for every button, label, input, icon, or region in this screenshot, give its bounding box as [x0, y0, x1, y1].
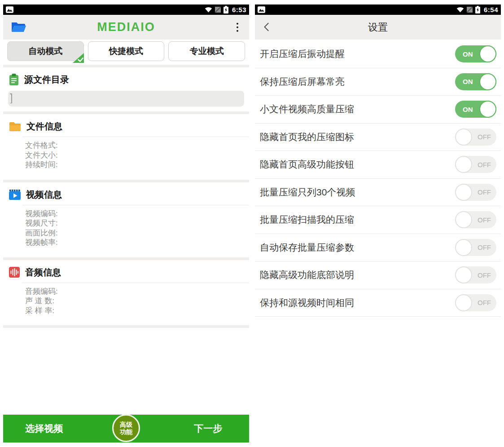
toggle-switch[interactable]: OFF [455, 184, 496, 201]
toggle-switch[interactable]: OFF [455, 156, 496, 173]
info-label: 视频尺寸: [25, 218, 249, 228]
setting-row: 小文件视频高质量压缩 ON [255, 96, 501, 124]
status-bar: 6:53 [3, 4, 249, 15]
tab-label: 专业模式 [190, 45, 224, 57]
source-dir-title: 源文件目录 [24, 74, 69, 86]
setting-row: 保持和源视频时间相同 OFF [255, 289, 501, 317]
setting-row: 批量压缩扫描我的压缩 OFF [255, 206, 501, 234]
setting-label: 隐藏首页高级功能按钮 [260, 158, 354, 171]
info-label: 视频帧率: [25, 238, 249, 248]
info-label: 视频编码: [25, 209, 249, 219]
section-divider-bar [3, 325, 249, 328]
video-icon [9, 190, 21, 200]
photo-notification-icon [6, 6, 13, 13]
back-chevron-icon[interactable] [262, 22, 272, 32]
info-label: 音频编码: [25, 287, 249, 297]
source-dir-section: 源文件目录 [3, 67, 249, 106]
clipboard-icon [9, 74, 19, 86]
tab-pro-mode[interactable]: 专业模式 [168, 41, 245, 61]
no-signal-icon [467, 7, 473, 13]
toggle-switch[interactable]: OFF [455, 266, 496, 283]
info-label: 采 样 率: [25, 306, 249, 316]
setting-label: 保持压缩后屏幕常亮 [260, 75, 345, 88]
toggle-switch[interactable]: OFF [455, 128, 496, 146]
video-info-section: 视频信息 视频编码: 视频尺寸: 画面比例: 视频帧率: [3, 182, 249, 257]
battery-charging-icon [224, 6, 228, 13]
check-badge-icon [73, 53, 84, 63]
toggle-state-label: OFF [478, 294, 491, 311]
toggle-knob [455, 266, 472, 283]
open-folder-icon[interactable] [11, 21, 26, 33]
audio-info-title: 音频信息 [25, 266, 61, 279]
audio-info-section: 音频信息 音频编码: 声 道 数: 采 样 率: [3, 260, 249, 326]
toggle-state-label: ON [463, 73, 473, 90]
tab-label: 自动模式 [28, 45, 62, 57]
menu-kebab-icon[interactable] [237, 22, 239, 32]
setting-label: 批量压缩扫描我的压缩 [260, 213, 354, 226]
settings-list: 开启压缩后振动提醒 ON 保持压缩后屏幕常亮 ON 小文件视频高质量压缩 ON … [255, 40, 501, 317]
toggle-state-label: OFF [478, 184, 491, 201]
app-title: MEDIAIO [3, 20, 249, 34]
toggle-switch[interactable]: ON [455, 73, 496, 90]
text-cursor [11, 93, 12, 103]
main-screen: 6:53 MEDIAIO 自动模式 快捷模式 专业模式 [3, 4, 249, 443]
setting-row: 隐藏高级功能底部说明 OFF [255, 261, 501, 289]
advanced-label-line2: 功能 [120, 428, 132, 435]
file-info-title: 文件信息 [26, 120, 62, 133]
toggle-switch[interactable]: ON [455, 101, 496, 118]
audio-icon [9, 267, 20, 278]
tab-auto-mode[interactable]: 自动模式 [7, 41, 84, 61]
toggle-knob [455, 211, 472, 228]
battery-charging-icon [475, 6, 480, 13]
clock-time: 6:54 [484, 6, 498, 13]
tab-quick-mode[interactable]: 快捷模式 [88, 41, 165, 61]
toggle-state-label: OFF [478, 128, 491, 146]
divider [22, 283, 249, 283]
advanced-functions-button[interactable]: 高级 功能 [112, 414, 140, 442]
setting-label: 自动保存批量压缩参数 [260, 241, 354, 254]
source-dir-input[interactable] [8, 91, 244, 106]
setting-row: 保持压缩后屏幕常亮 ON [255, 68, 501, 96]
toggle-state-label: ON [463, 101, 473, 118]
info-label: 文件格式: [25, 141, 249, 150]
app-bar: MEDIAIO [3, 15, 249, 40]
toggle-switch[interactable]: ON [455, 45, 496, 62]
toggle-knob [479, 101, 496, 118]
video-info-title: 视频信息 [26, 189, 62, 201]
clock-time: 6:53 [232, 6, 246, 13]
wifi-icon [205, 7, 212, 13]
next-step-button[interactable]: 下一步 [194, 422, 222, 435]
setting-row: 自动保存批量压缩参数 OFF [255, 234, 501, 262]
toggle-knob [455, 294, 472, 311]
toggle-switch[interactable]: OFF [455, 239, 496, 256]
advanced-label-line1: 高级 [120, 421, 132, 428]
toggle-state-label: OFF [478, 266, 491, 283]
setting-label: 开启压缩后振动提醒 [260, 48, 345, 60]
toggle-knob [479, 45, 496, 62]
divider [22, 205, 249, 205]
toggle-switch[interactable]: OFF [455, 211, 496, 228]
settings-screen: 6:54 设置 开启压缩后振动提醒 ON 保持压缩后屏幕常亮 ON 小文件视频高… [255, 4, 501, 443]
setting-label: 保持和源视频时间相同 [260, 297, 354, 309]
setting-row: 隐藏首页高级功能按钮 OFF [255, 151, 501, 179]
toggle-knob [455, 239, 472, 256]
divider [22, 137, 249, 137]
tab-label: 快捷模式 [109, 45, 143, 57]
page-title: 设置 [255, 21, 501, 34]
video-info-labels: 视频编码: 视频尺寸: 画面比例: 视频帧率: [3, 209, 249, 257]
info-label: 画面比例: [25, 228, 249, 238]
mode-tabs: 自动模式 快捷模式 专业模式 [3, 40, 249, 65]
toggle-state-label: OFF [478, 156, 491, 173]
select-video-button[interactable]: 选择视频 [25, 422, 63, 435]
settings-header: 设置 [255, 15, 501, 40]
setting-label: 小文件视频高质量压缩 [260, 103, 354, 115]
file-info-section: 文件信息 文件格式: 文件大小: 持续时间: [3, 114, 249, 180]
info-label: 持续时间: [25, 160, 249, 170]
toggle-state-label: OFF [478, 211, 491, 228]
toggle-knob [479, 73, 496, 90]
status-bar: 6:54 [255, 4, 501, 15]
toggle-knob [455, 184, 472, 201]
toggle-state-label: OFF [478, 239, 491, 256]
wifi-icon [456, 7, 464, 13]
toggle-switch[interactable]: OFF [455, 294, 496, 311]
